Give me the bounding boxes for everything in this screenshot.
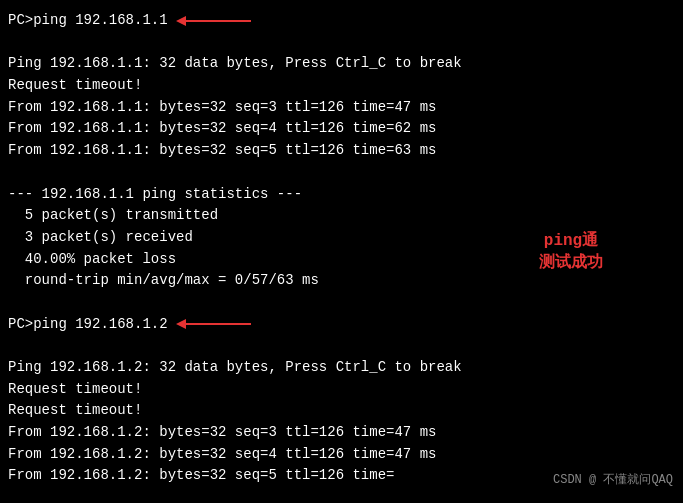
from-line-2-2: From 192.168.1.2: bytes=32 seq=4 ttl=126… (8, 444, 675, 466)
from-line-1-3: From 192.168.1.1: bytes=32 seq=5 ttl=126… (8, 140, 675, 162)
svg-marker-3 (176, 319, 186, 329)
from-line-2-1: From 192.168.1.2: bytes=32 seq=3 ttl=126… (8, 422, 675, 444)
blank-line-2 (8, 162, 675, 184)
terminal: PC>ping 192.168.1.1 Ping 192.168.1.1: 32… (0, 0, 683, 497)
blank-line-1 (8, 32, 675, 54)
command-line-1: PC>ping 192.168.1.1 (8, 10, 675, 32)
ping-success-label: ping通测试成功 (539, 230, 603, 275)
from-line-1-2: From 192.168.1.1: bytes=32 seq=4 ttl=126… (8, 118, 675, 140)
arrow-1 (176, 12, 256, 30)
ping1-header: Ping 192.168.1.1: 32 data bytes, Press C… (8, 53, 675, 75)
blank-line-3 (8, 292, 675, 314)
stats-transmitted: 5 packet(s) transmitted (8, 205, 675, 227)
request-timeout-1: Request timeout! (8, 75, 675, 97)
cmd-text-2: PC>ping 192.168.1.2 (8, 314, 168, 336)
cmd-text-1: PC>ping 192.168.1.1 (8, 10, 168, 32)
blank-line-4 (8, 335, 675, 357)
request-timeout-2b: Request timeout! (8, 400, 675, 422)
command-line-2: PC>ping 192.168.1.2 (8, 314, 675, 336)
arrow-2 (176, 315, 256, 333)
from-line-1-1: From 192.168.1.1: bytes=32 seq=3 ttl=126… (8, 97, 675, 119)
ping2-header: Ping 192.168.1.2: 32 data bytes, Press C… (8, 357, 675, 379)
watermark: CSDN @ 不懂就问QAQ (553, 471, 673, 490)
request-timeout-2a: Request timeout! (8, 379, 675, 401)
stats-header: --- 192.168.1.1 ping statistics --- (8, 184, 675, 206)
svg-marker-1 (176, 16, 186, 26)
